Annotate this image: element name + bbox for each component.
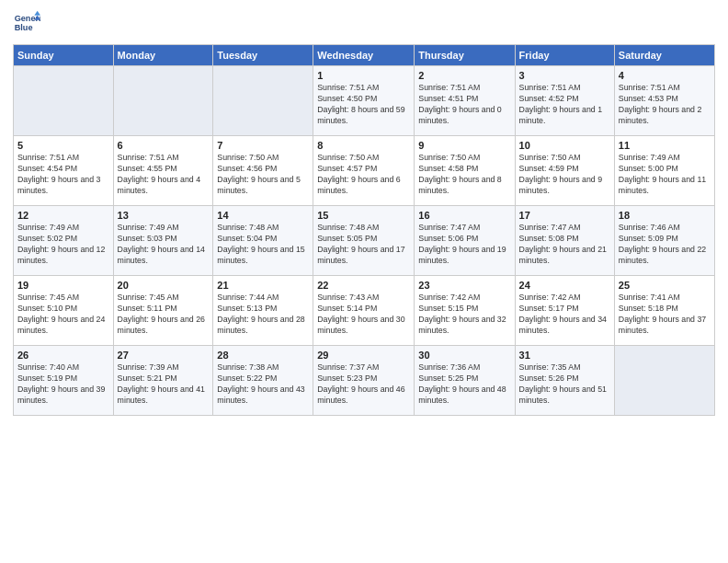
day-cell: 30Sunrise: 7:36 AMSunset: 5:25 PMDayligh…	[415, 346, 515, 416]
logo: General Blue	[13, 9, 40, 37]
day-info: Sunrise: 7:49 AMSunset: 5:02 PMDaylight:…	[17, 223, 109, 267]
day-number: 14	[217, 210, 309, 221]
day-info: Sunrise: 7:50 AMSunset: 4:59 PMDaylight:…	[519, 153, 610, 197]
weekday-header-row: SundayMondayTuesdayWednesdayThursdayFrid…	[14, 45, 715, 66]
day-number: 18	[619, 210, 711, 221]
calendar-table: SundayMondayTuesdayWednesdayThursdayFrid…	[13, 44, 715, 416]
day-info: Sunrise: 7:51 AMSunset: 4:54 PMDaylight:…	[17, 153, 109, 197]
day-info: Sunrise: 7:45 AMSunset: 5:11 PMDaylight:…	[118, 293, 210, 337]
day-info: Sunrise: 7:50 AMSunset: 4:57 PMDaylight:…	[317, 153, 410, 197]
day-number: 7	[217, 140, 309, 151]
day-cell	[14, 66, 114, 136]
day-cell: 4Sunrise: 7:51 AMSunset: 4:53 PMDaylight…	[614, 66, 714, 136]
day-cell: 21Sunrise: 7:44 AMSunset: 5:13 PMDayligh…	[213, 276, 313, 346]
logo-icon: General Blue	[13, 9, 40, 37]
day-number: 28	[217, 350, 309, 361]
day-info: Sunrise: 7:43 AMSunset: 5:14 PMDaylight:…	[317, 293, 410, 337]
svg-marker-2	[34, 11, 40, 16]
day-cell	[113, 66, 213, 136]
day-info: Sunrise: 7:51 AMSunset: 4:52 PMDaylight:…	[519, 83, 610, 127]
day-cell: 20Sunrise: 7:45 AMSunset: 5:11 PMDayligh…	[113, 276, 213, 346]
day-cell: 6Sunrise: 7:51 AMSunset: 4:55 PMDaylight…	[113, 136, 213, 206]
day-cell	[614, 346, 714, 416]
day-number: 1	[317, 70, 410, 81]
day-number: 27	[118, 350, 210, 361]
day-number: 13	[118, 210, 210, 221]
day-number: 4	[619, 70, 711, 81]
weekday-header-thursday: Thursday	[415, 45, 515, 66]
day-cell: 24Sunrise: 7:42 AMSunset: 5:17 PMDayligh…	[515, 276, 614, 346]
day-number: 5	[17, 140, 109, 151]
day-info: Sunrise: 7:47 AMSunset: 5:08 PMDaylight:…	[519, 223, 610, 267]
day-cell: 27Sunrise: 7:39 AMSunset: 5:21 PMDayligh…	[113, 346, 213, 416]
week-row-5: 26Sunrise: 7:40 AMSunset: 5:19 PMDayligh…	[14, 346, 715, 416]
day-number: 16	[418, 210, 510, 221]
day-info: Sunrise: 7:44 AMSunset: 5:13 PMDaylight:…	[217, 293, 309, 337]
day-cell: 16Sunrise: 7:47 AMSunset: 5:06 PMDayligh…	[415, 206, 515, 276]
day-info: Sunrise: 7:51 AMSunset: 4:51 PMDaylight:…	[418, 83, 510, 127]
day-number: 8	[317, 140, 410, 151]
header: General Blue	[13, 9, 715, 37]
day-cell: 18Sunrise: 7:46 AMSunset: 5:09 PMDayligh…	[614, 206, 714, 276]
day-cell: 10Sunrise: 7:50 AMSunset: 4:59 PMDayligh…	[515, 136, 614, 206]
day-number: 19	[17, 280, 109, 291]
day-cell: 2Sunrise: 7:51 AMSunset: 4:51 PMDaylight…	[415, 66, 515, 136]
day-info: Sunrise: 7:48 AMSunset: 5:05 PMDaylight:…	[317, 223, 410, 267]
day-info: Sunrise: 7:45 AMSunset: 5:10 PMDaylight:…	[17, 293, 109, 337]
day-cell: 29Sunrise: 7:37 AMSunset: 5:23 PMDayligh…	[313, 346, 415, 416]
weekday-header-sunday: Sunday	[14, 45, 114, 66]
day-number: 12	[17, 210, 109, 221]
day-cell: 23Sunrise: 7:42 AMSunset: 5:15 PMDayligh…	[415, 276, 515, 346]
day-info: Sunrise: 7:42 AMSunset: 5:15 PMDaylight:…	[418, 293, 510, 337]
day-number: 30	[418, 350, 510, 361]
day-number: 6	[118, 140, 210, 151]
day-info: Sunrise: 7:49 AMSunset: 5:00 PMDaylight:…	[619, 153, 711, 197]
day-number: 3	[519, 70, 610, 81]
week-row-1: 1Sunrise: 7:51 AMSunset: 4:50 PMDaylight…	[14, 66, 715, 136]
weekday-header-tuesday: Tuesday	[213, 45, 313, 66]
day-cell: 13Sunrise: 7:49 AMSunset: 5:03 PMDayligh…	[113, 206, 213, 276]
day-cell: 19Sunrise: 7:45 AMSunset: 5:10 PMDayligh…	[14, 276, 114, 346]
day-cell: 22Sunrise: 7:43 AMSunset: 5:14 PMDayligh…	[313, 276, 415, 346]
day-cell: 25Sunrise: 7:41 AMSunset: 5:18 PMDayligh…	[614, 276, 714, 346]
day-number: 31	[519, 350, 610, 361]
day-info: Sunrise: 7:51 AMSunset: 4:53 PMDaylight:…	[619, 83, 711, 127]
day-info: Sunrise: 7:37 AMSunset: 5:23 PMDaylight:…	[317, 362, 410, 407]
day-info: Sunrise: 7:46 AMSunset: 5:09 PMDaylight:…	[619, 223, 711, 267]
day-cell: 12Sunrise: 7:49 AMSunset: 5:02 PMDayligh…	[14, 206, 114, 276]
day-number: 9	[418, 140, 510, 151]
day-cell: 31Sunrise: 7:35 AMSunset: 5:26 PMDayligh…	[515, 346, 614, 416]
day-number: 17	[519, 210, 610, 221]
week-row-4: 19Sunrise: 7:45 AMSunset: 5:10 PMDayligh…	[14, 276, 715, 346]
day-number: 11	[619, 140, 711, 151]
day-cell	[213, 66, 313, 136]
weekday-header-monday: Monday	[113, 45, 213, 66]
weekday-header-friday: Friday	[515, 45, 614, 66]
day-info: Sunrise: 7:50 AMSunset: 4:58 PMDaylight:…	[418, 153, 510, 197]
day-cell: 5Sunrise: 7:51 AMSunset: 4:54 PMDaylight…	[14, 136, 114, 206]
day-number: 15	[317, 210, 410, 221]
day-cell: 3Sunrise: 7:51 AMSunset: 4:52 PMDaylight…	[515, 66, 614, 136]
day-cell: 17Sunrise: 7:47 AMSunset: 5:08 PMDayligh…	[515, 206, 614, 276]
day-cell: 8Sunrise: 7:50 AMSunset: 4:57 PMDaylight…	[313, 136, 415, 206]
day-number: 2	[418, 70, 510, 81]
day-info: Sunrise: 7:47 AMSunset: 5:06 PMDaylight:…	[418, 223, 510, 267]
day-info: Sunrise: 7:48 AMSunset: 5:04 PMDaylight:…	[217, 223, 309, 267]
day-number: 25	[619, 280, 711, 291]
day-cell: 14Sunrise: 7:48 AMSunset: 5:04 PMDayligh…	[213, 206, 313, 276]
day-number: 21	[217, 280, 309, 291]
day-info: Sunrise: 7:49 AMSunset: 5:03 PMDaylight:…	[118, 223, 210, 267]
day-number: 20	[118, 280, 210, 291]
day-number: 29	[317, 350, 410, 361]
day-cell: 26Sunrise: 7:40 AMSunset: 5:19 PMDayligh…	[14, 346, 114, 416]
day-info: Sunrise: 7:51 AMSunset: 4:50 PMDaylight:…	[317, 83, 410, 127]
week-row-3: 12Sunrise: 7:49 AMSunset: 5:02 PMDayligh…	[14, 206, 715, 276]
day-number: 10	[519, 140, 610, 151]
day-number: 24	[519, 280, 610, 291]
day-number: 22	[317, 280, 410, 291]
day-cell: 15Sunrise: 7:48 AMSunset: 5:05 PMDayligh…	[313, 206, 415, 276]
day-cell: 1Sunrise: 7:51 AMSunset: 4:50 PMDaylight…	[313, 66, 415, 136]
week-row-2: 5Sunrise: 7:51 AMSunset: 4:54 PMDaylight…	[14, 136, 715, 206]
day-info: Sunrise: 7:50 AMSunset: 4:56 PMDaylight:…	[217, 153, 309, 197]
day-info: Sunrise: 7:40 AMSunset: 5:19 PMDaylight:…	[17, 362, 109, 407]
